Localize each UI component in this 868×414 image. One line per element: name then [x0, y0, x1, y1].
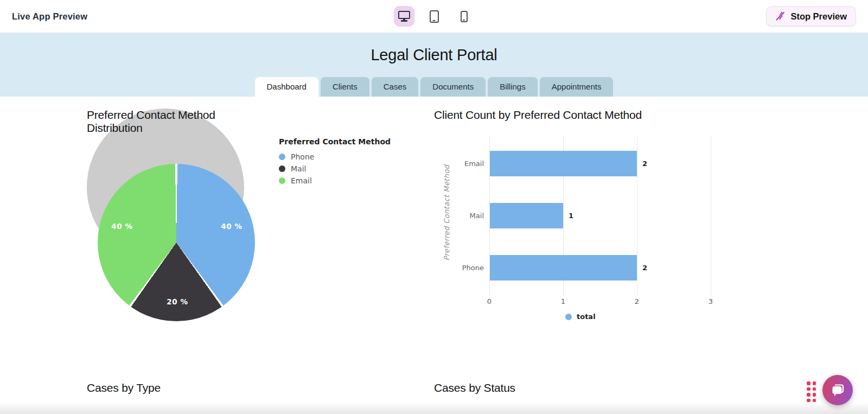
bar-value-label: 2: [642, 264, 647, 272]
tab-dashboard[interactable]: Dashboard: [255, 77, 318, 97]
drag-dot: [813, 393, 816, 397]
drag-dot: [807, 399, 810, 403]
legend-label: Mail: [291, 164, 306, 173]
legend-label: Email: [291, 176, 312, 185]
bar: [490, 151, 637, 176]
bar: [490, 203, 563, 228]
pie-legend: Preferred Contact Method Phone Mail Emai…: [279, 137, 391, 187]
x-tick-label: 0: [481, 297, 497, 305]
device-tablet-button[interactable]: [424, 6, 444, 27]
pie-slice-label: 40 %: [221, 222, 242, 231]
chat-bubble-icon: [829, 381, 846, 399]
device-toggle: [394, 6, 474, 27]
bar-category-label: Mail: [430, 212, 484, 220]
monitor-icon: [398, 11, 410, 19]
x-tick-label: 2: [629, 297, 645, 305]
tab-bar: Dashboard Clients Cases Documents Billin…: [0, 77, 868, 97]
drag-dot: [807, 381, 810, 385]
device-desktop-button[interactable]: [394, 6, 414, 27]
tab-cases[interactable]: Cases: [372, 77, 419, 97]
bottom-fade: [0, 402, 868, 414]
pie-legend-title: Preferred Contact Method: [279, 137, 391, 146]
legend-dot: [565, 314, 572, 320]
legend-label: total: [577, 313, 596, 321]
legend-item-mail[interactable]: Mail: [279, 163, 391, 175]
tab-billings[interactable]: Billings: [488, 77, 538, 97]
pie-slice-label: 40 %: [111, 222, 132, 231]
cases-by-status-title: Cases by Status: [434, 381, 515, 394]
cases-by-type-title: Cases by Type: [87, 381, 161, 394]
chat-widget-button[interactable]: [822, 375, 853, 405]
app-title: Legal Client Portal: [0, 33, 868, 64]
legend-dot: [279, 154, 285, 160]
preview-toolbar: Live App Preview Stop Preview: [0, 0, 868, 33]
drag-dot: [813, 399, 816, 403]
bar-value-label: 2: [642, 160, 647, 168]
drag-dot: [807, 387, 810, 391]
preview-title: Live App Preview: [12, 11, 87, 22]
flash-off-icon: [775, 11, 786, 22]
app-header: Legal Client Portal Dashboard Clients Ca…: [0, 33, 868, 97]
legend-dot: [279, 165, 285, 172]
bar-gridline: [711, 136, 711, 296]
bar-category-label: Email: [430, 160, 484, 168]
legend-item-email[interactable]: Email: [279, 175, 391, 187]
smartphone-icon: [461, 11, 468, 22]
legend-label: Phone: [291, 152, 314, 161]
bar-gridline: [637, 136, 637, 296]
pie-slice-label: 20 %: [167, 297, 188, 306]
bar-value-label: 1: [569, 212, 573, 220]
tablet-icon: [430, 10, 439, 23]
bar-y-axis-title: Preferred Contact Method: [443, 165, 451, 261]
bar: [490, 255, 637, 281]
tab-documents[interactable]: Documents: [420, 77, 486, 97]
device-phone-button[interactable]: [454, 6, 474, 27]
drag-dot: [813, 387, 816, 391]
bar-chart-title: Client Count by Preferred Contact Method: [434, 109, 642, 122]
legend-item-phone[interactable]: Phone: [279, 151, 391, 163]
drag-dot: [813, 381, 816, 385]
tab-appointments[interactable]: Appointments: [540, 77, 614, 97]
drag-dot: [807, 393, 810, 397]
bar-category-label: Phone: [430, 264, 484, 272]
x-tick-label: 1: [555, 297, 571, 305]
legend-dot: [279, 177, 285, 184]
stop-preview-button[interactable]: Stop Preview: [766, 7, 856, 27]
stop-preview-label: Stop Preview: [790, 11, 847, 22]
tab-clients[interactable]: Clients: [321, 77, 369, 97]
x-tick-label: 3: [703, 297, 719, 305]
bar-legend[interactable]: total: [565, 313, 596, 321]
drag-dots-icon[interactable]: [807, 381, 816, 402]
live-app-preview-window: Live App Preview Stop Preview Legal Clie…: [0, 0, 868, 414]
